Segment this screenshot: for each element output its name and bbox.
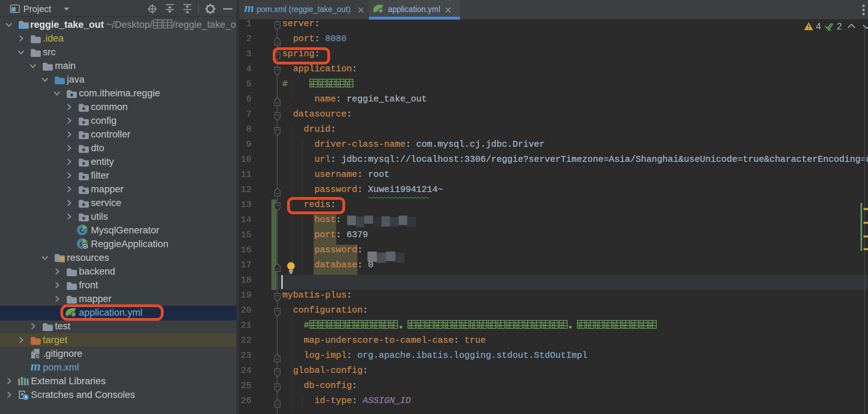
- svg-text:m: m: [244, 3, 254, 15]
- svg-text:m: m: [31, 361, 41, 373]
